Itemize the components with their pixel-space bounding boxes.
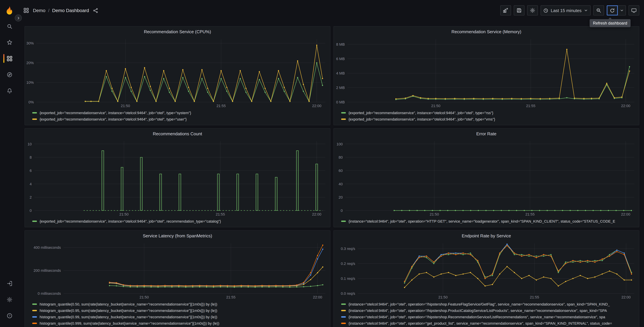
sidebar-item-sign-in[interactable] (3, 277, 16, 290)
legend-swatch (32, 322, 37, 324)
time-series-chart[interactable]: 0 MB2 MB4 MB6 MB8 MB21:5021:5522:00 (334, 36, 639, 109)
legend-swatch (32, 112, 37, 113)
svg-text:10%: 10% (26, 80, 34, 84)
legend-item[interactable]: {exported_job="recommendationservice", i… (32, 218, 327, 224)
legend-item[interactable]: histogram_quantile(0.999, sum(rate(laten… (32, 320, 327, 326)
legend-label[interactable]: {exported_job="recommendationservice", i… (40, 110, 191, 115)
svg-text:21:55: 21:55 (530, 295, 539, 299)
legend-swatch (341, 316, 346, 318)
share-dashboard-button[interactable] (92, 6, 100, 14)
legend-label[interactable]: histogram_quantile(0.95, sum(rate(latenc… (40, 308, 217, 312)
time-series-chart[interactable]: 02040608010021:5021:5522:00 (334, 139, 639, 217)
panel-title[interactable]: Endpoint Rate by Service (334, 231, 639, 241)
alerting-bell-icon (6, 88, 12, 94)
svg-text:22:00: 22:00 (621, 212, 630, 216)
sidebar-expand-button[interactable] (15, 14, 22, 22)
legend-swatch (32, 310, 37, 311)
add-panel-button[interactable] (500, 5, 511, 16)
nav-right: Last 15 minutes (500, 5, 639, 16)
legend-label[interactable]: {exported_job="recommendationservice", i… (348, 110, 493, 115)
legend-label[interactable]: {exported_job="recommendationservice", i… (40, 117, 187, 121)
legend-swatch (341, 310, 346, 311)
legend-swatch (341, 112, 346, 113)
panel-recommendation-memory: Recommendation Service (Memory) 0 MB2 MB… (334, 26, 639, 125)
grafana-logo[interactable] (4, 5, 14, 16)
legend-item[interactable]: {instance="otelcol:9464", job="otel", op… (341, 301, 636, 307)
sidebar-item-starred[interactable] (3, 36, 16, 49)
zoom-out-icon (596, 8, 601, 13)
panel-title[interactable]: Recommendation Service (CPU%) (25, 26, 330, 36)
legend-item[interactable]: {exported_job="recommendationservice", i… (341, 110, 636, 116)
svg-text:0.3 req/s: 0.3 req/s (341, 246, 355, 251)
panel-legend: {instance="otelcol:9464", job="otel", op… (334, 217, 639, 227)
panel-error-rate: Error Rate 02040608010021:5021:5522:00 {… (334, 128, 639, 227)
breadcrumb-page: Demo Dashboard (52, 8, 89, 13)
svg-text:0.0 req/s: 0.0 req/s (341, 292, 355, 296)
sidebar-item-dashboards[interactable] (3, 52, 16, 65)
legend-item[interactable]: {exported_job="recommendationservice", i… (32, 116, 327, 122)
refresh-tooltip: Refresh dashboard (590, 19, 630, 27)
sidebar-item-explore[interactable] (3, 68, 16, 81)
time-series-chart[interactable]: 0.0 req/s0.1 req/s0.2 req/s0.3 req/s21:5… (334, 241, 639, 300)
help-circle-icon: ? (6, 313, 12, 318)
dashboards-grid-icon (6, 56, 12, 61)
legend-label[interactable]: {exported_job="recommendationservice", i… (40, 219, 221, 223)
svg-text:200 milliseconds: 200 milliseconds (34, 268, 61, 272)
svg-text:22:00: 22:00 (313, 295, 322, 299)
legend-item[interactable]: {instance="otelcol:9464", job="otel", op… (341, 320, 636, 326)
panel-title[interactable]: Service Latency (from SpanMetrics) (25, 231, 330, 241)
svg-text:8: 8 (30, 155, 32, 160)
legend-item[interactable]: histogram_quantile(0.95, sum(rate(latenc… (32, 307, 327, 314)
legend-item[interactable]: histogram_quantile(0.50, sum(rate(latenc… (32, 301, 327, 307)
legend-label[interactable]: {instance="otelcol:9464", job="otel", op… (348, 321, 612, 325)
legend-label[interactable]: {instance="otelcol:9464", job="otel", op… (348, 315, 605, 319)
clock-icon (543, 8, 548, 13)
legend-label[interactable]: histogram_quantile(0.99, sum(rate(latenc… (40, 315, 217, 319)
cycle-view-button[interactable] (628, 5, 639, 16)
sidebar-item-alerting[interactable] (3, 84, 16, 97)
sidebar-item-help[interactable]: ? (3, 309, 16, 322)
refresh-button[interactable] (607, 5, 618, 16)
legend-label[interactable]: histogram_quantile(0.50, sum(rate(latenc… (40, 302, 217, 306)
time-series-chart[interactable]: 024681021:5021:5522:00 (25, 139, 330, 217)
nav-left: Demo / Demo Dashboard (22, 6, 100, 14)
legend-swatch (341, 303, 346, 305)
legend-label[interactable]: {instance="otelcol:9464", job="otel", op… (348, 302, 610, 306)
legend-label[interactable]: {exported_job="recommendationservice", i… (348, 117, 495, 121)
legend-swatch (341, 118, 346, 120)
legend-item[interactable]: {exported_job="recommendationservice", i… (341, 116, 636, 122)
panel-legend: {exported_job="recommendationservice", i… (25, 217, 330, 227)
legend-item[interactable]: {exported_job="recommendationservice", i… (32, 110, 327, 116)
svg-text:400 milliseconds: 400 milliseconds (34, 246, 61, 250)
legend-item[interactable]: {instance="otelcol:9464", job="otel", op… (341, 314, 636, 320)
sidebar-item-configuration[interactable] (3, 293, 16, 306)
dashboard-settings-button[interactable] (527, 5, 538, 16)
breadcrumb-section[interactable]: Demo (33, 8, 46, 13)
admin-gear-icon (6, 296, 12, 302)
refresh-interval-dropdown[interactable] (618, 5, 626, 16)
legend-label[interactable]: {instance="otelcol:9464", job="otel", op… (348, 308, 607, 312)
panel-title[interactable]: Recommendations Count (25, 128, 330, 139)
time-series-chart[interactable]: 0%10%20%30%21:5021:5522:00 (25, 36, 330, 109)
legend-label[interactable]: histogram_quantile(0.999, sum(rate(laten… (40, 321, 219, 325)
svg-text:21:55: 21:55 (526, 104, 536, 108)
settings-gear-icon (530, 8, 535, 13)
zoom-out-button[interactable] (593, 5, 604, 16)
legend-item[interactable]: {instance="otelcol:9464", job="otel", op… (341, 307, 636, 314)
legend-label[interactable]: {instance="otelcol:9464", job="otel", op… (348, 219, 615, 223)
panel-title[interactable]: Error Rate (334, 128, 639, 139)
dashboard-grid: Recommendation Service (CPU%) 0%10%20%30… (19, 21, 644, 327)
save-icon (516, 8, 522, 13)
panel-title[interactable]: Recommendation Service (Memory) (334, 26, 639, 36)
panel-endpoint-rate: Endpoint Rate by Service 0.0 req/s0.1 re… (334, 230, 639, 327)
legend-item[interactable]: histogram_quantile(0.99, sum(rate(latenc… (32, 314, 327, 320)
time-series-chart[interactable]: 0 milliseconds200 milliseconds400 millis… (25, 241, 330, 300)
svg-text:100: 100 (336, 142, 343, 146)
sidebar-item-search[interactable] (3, 20, 16, 33)
legend-item[interactable]: {instance="otelcol:9464", job="otel", op… (341, 218, 636, 224)
svg-text:10: 10 (28, 142, 32, 146)
time-range-picker[interactable]: Last 15 minutes (540, 5, 590, 16)
svg-text:22:00: 22:00 (621, 295, 630, 299)
save-dashboard-button[interactable] (514, 5, 524, 16)
apps-grid-button[interactable] (22, 6, 30, 14)
